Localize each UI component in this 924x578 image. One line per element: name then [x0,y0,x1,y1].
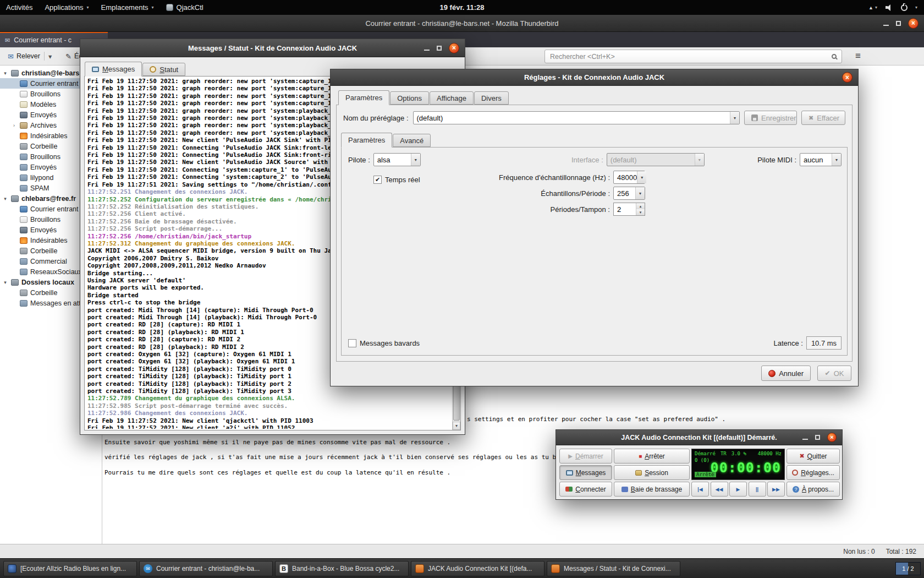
transport-backward-button[interactable]: ◀◀ [711,482,728,497]
expander-icon[interactable]: ▾ [2,280,8,285]
chevron-down-icon[interactable]: ▾ [637,171,646,183]
taskbar-item[interactable]: ✉Courrier entrant - christian@le-ba... [139,561,273,576]
connect-button[interactable]: Connecter [559,482,612,497]
app-menu-button[interactable]: ≡ [850,49,866,63]
search-input[interactable]: Rechercher <Ctrl+K> [544,50,842,63]
periods-label: Périodes/Tampon : [346,205,610,214]
subtab-parametres[interactable]: Paramètres [341,133,392,148]
workspace-pager[interactable]: 1 / 2 [895,562,921,575]
activities-button[interactable]: Activités [0,0,38,15]
samplerate-combobox[interactable]: 48000 ▾ [613,171,645,184]
chevron-down-icon[interactable]: ▾ [411,154,420,166]
junk-icon [20,133,28,139]
preset-combobox[interactable]: (default) ▾ [413,111,740,124]
get-messages-button[interactable]: ✉ Relever ▾ [3,49,57,63]
transport-controls: |◀ ◀◀ ▶ || ▶▶ [691,482,785,497]
spin-down-icon[interactable]: ▾ [636,209,645,215]
midi-driver-combobox[interactable]: aucun ▾ [800,153,842,166]
system-menu-chevron-icon[interactable]: ▾ [915,5,917,10]
about-button[interactable]: ? À propos... [787,482,840,497]
taskbar-item[interactable]: Messages / Statut - Kit de Connexi... [547,561,680,576]
tab-statut[interactable]: Statut [142,63,185,76]
folder-icon [20,154,28,160]
stop-button[interactable]: ■ Arrêter [614,449,690,464]
tab-affichage[interactable]: Affichage [430,91,474,105]
quit-button[interactable]: ✖ Quitter [787,449,840,464]
driver-combobox[interactable]: alsa ▾ [373,153,421,166]
latency-value: 10.7 ms [806,336,842,350]
transport-pause-button[interactable]: || [749,482,766,497]
qjackctl-titlebar[interactable]: JACK Audio Connection Kit [(default)] Dé… [556,430,842,445]
close-button[interactable]: × [908,18,919,29]
patchbay-button[interactable]: Baie de brassage [614,482,690,497]
close-button[interactable]: × [827,433,837,442]
chevron-down-icon[interactable]: ▾ [730,112,739,124]
chevron-down-icon[interactable]: ▾ [832,154,841,166]
ok-button[interactable]: ✔ OK [817,366,851,381]
maximize-button[interactable] [815,435,820,440]
tab-options[interactable]: Options [390,91,429,105]
settings-button[interactable]: Réglages... [787,465,840,480]
tab-parametres[interactable]: Paramètres [338,90,389,105]
minimize-button[interactable] [883,21,889,26]
trash-icon [20,290,28,296]
write-icon: ✎ [65,52,72,61]
transport-forward-button[interactable]: ▶▶ [767,482,785,497]
status-bar: Non lus : 0 Total : 192 [0,544,924,558]
close-button[interactable]: × [842,72,853,83]
minimize-button[interactable] [424,46,430,51]
delete-preset-button[interactable]: ✖ Effacer [801,111,845,125]
spin-up-icon[interactable]: ▴ [636,203,645,209]
maximize-button[interactable] [437,46,442,51]
expander-icon[interactable]: ▾ [2,70,8,76]
start-button[interactable]: ▶ Démarrer [559,449,612,464]
frames-combobox[interactable]: 256 ▾ [613,187,645,200]
messages-button[interactable]: Messages [559,465,612,480]
places-menu[interactable]: Emplacements ▾ [95,0,160,15]
subtab-avance[interactable]: Avancé [393,134,431,147]
tab-divers[interactable]: Divers [474,91,509,105]
periods-value: 2 [617,205,621,214]
periods-spinbox[interactable]: 2 ▴ ▾ [613,203,645,216]
thunderbird-titlebar[interactable]: Courrier entrant - christian@le-bars.net… [0,15,924,32]
removable-media-icon[interactable]: ▲▾ [868,5,877,10]
transport-rewind-button[interactable]: |◀ [691,482,709,497]
clock[interactable]: 19 févr. 11:28 [440,3,485,12]
scroll-down-icon[interactable]: ▾ [453,422,460,430]
verbose-checkbox[interactable]: Messages bavards [348,336,420,350]
applications-menu[interactable]: Applications ▾ [38,0,95,15]
frames-row: Échantillons/Période : 256 ▾ [346,187,645,200]
settings-titlebar[interactable]: Réglages - Kit de Connexion Audio JACK × [331,69,858,86]
taskbar-items: [Ecouter Allzic Radio Blues en lign...✉C… [3,561,680,576]
stop-label: Arrêter [645,452,665,460]
messages-titlebar[interactable]: Messages / Statut - Kit de Connexion Aud… [80,39,465,57]
folder-label: Brouillons [30,90,61,98]
volume-icon[interactable] [885,4,893,11]
get-mail-label: Relever [16,52,40,60]
taskbar-item[interactable]: [Ecouter Allzic Radio Blues en lign... [3,561,137,576]
cancel-button[interactable]: Annuler [761,366,811,381]
taskbar-item[interactable]: JACK Audio Connection Kit [(defa... [411,561,544,576]
tab-messages[interactable]: Messages [85,62,142,77]
taskbar-item[interactable]: BBand-in-a-Box - Blue Bossa cycle2... [275,561,409,576]
divider [44,52,45,61]
interface-group: Interface : (default) ▾ [571,153,705,166]
power-icon[interactable] [901,4,908,11]
expander-icon[interactable]: ▾ [2,196,8,201]
expander-icon[interactable]: › [11,123,17,128]
close-button[interactable]: × [449,43,459,53]
minimize-button[interactable] [802,435,808,440]
session-button[interactable]: Session [614,465,690,480]
maximize-button[interactable] [896,21,901,26]
chevron-down-icon[interactable]: ▾ [635,187,645,199]
folder-icon [20,175,28,181]
folder-label: Corbeille [30,247,57,255]
messages-label: Messages [576,469,606,477]
save-preset-button[interactable]: Enregistrer [744,111,797,125]
transport-play-button[interactable]: ▶ [729,482,747,497]
transport-time: 00:00:00 [711,460,781,476]
get-mail-icon: ✉ [8,52,14,61]
trash-icon [20,143,28,150]
qjackctl-indicator[interactable]: QjackCtl [160,0,210,15]
chevron-down-icon[interactable]: ▾ [48,52,52,61]
